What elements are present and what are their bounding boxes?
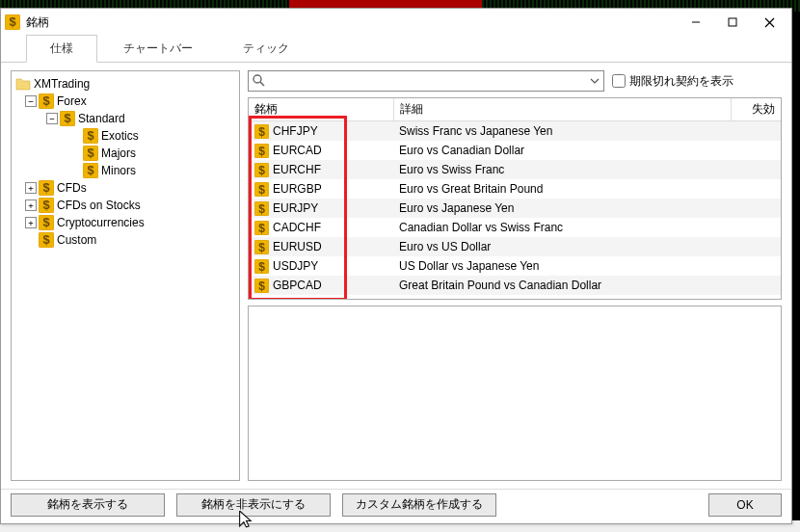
tree-spacer	[69, 147, 81, 159]
table-row[interactable]: GBPCAD Great Britain Pound vs Canadian D…	[249, 276, 781, 295]
tree-label: XMTrading	[34, 77, 90, 91]
dollar-icon	[254, 240, 269, 254]
table-row[interactable]: CADCHF Canadian Dollar vs Swiss Franc	[249, 218, 781, 237]
expired-checkbox-label[interactable]: 期限切れ契約を表示	[612, 73, 733, 90]
table-row[interactable]: EURGBP Euro vs Great Britain Pound	[249, 179, 781, 199]
tree-label: Majors	[101, 146, 136, 160]
tree-node-cfds-on-stocks[interactable]: + CFDs on Stocks	[23, 197, 237, 214]
search-icon	[252, 73, 265, 87]
minimize-icon	[691, 17, 701, 27]
tab-tick[interactable]: ティック	[219, 35, 313, 62]
dollar-icon	[254, 221, 269, 235]
close-button[interactable]	[751, 9, 787, 36]
tab-bar: 仕様 チャートバー ティック	[1, 36, 791, 63]
table-row[interactable]: EURCAD Euro vs Canadian Dollar	[249, 141, 781, 160]
search-row: 期限切れ契約を表示	[248, 70, 782, 92]
col-symbol[interactable]: 銘柄	[249, 98, 393, 121]
tree-node-leaf[interactable]: Exotics	[67, 127, 237, 145]
ok-button[interactable]: OK	[708, 493, 782, 517]
tree-spacer	[69, 130, 81, 142]
collapse-icon[interactable]: −	[25, 95, 37, 107]
tree-node-leaf[interactable]: Minors	[67, 162, 237, 179]
search-dropdown-button[interactable]	[587, 72, 602, 90]
col-invalid[interactable]: 失効	[731, 98, 781, 121]
tree-label: CFDs	[57, 181, 87, 195]
detail-cell: Swiss Franc vs Japanese Yen	[393, 121, 731, 142]
table-row[interactable]: CHFJPY Swiss Franc vs Japanese Yen	[249, 121, 781, 142]
tree-node-custom[interactable]: Custom	[23, 231, 237, 249]
invalid-cell	[731, 276, 781, 295]
table-row[interactable]: EURJPY Euro vs Japanese Yen	[249, 199, 781, 218]
invalid-cell	[731, 218, 781, 237]
tree-label: Cryptocurrencies	[57, 216, 145, 229]
maximize-icon	[728, 17, 737, 27]
expand-icon[interactable]: +	[25, 200, 37, 211]
tree-node-standard[interactable]: − Standard	[44, 110, 237, 127]
dollar-icon	[60, 111, 75, 126]
minimize-button[interactable]	[678, 9, 714, 36]
tree-label: Forex	[57, 94, 87, 108]
footer: 銘柄を表示する 銘柄を非表示にする カスタム銘柄を作成する OK	[1, 489, 791, 523]
dollar-icon	[39, 232, 54, 248]
table-row[interactable]: EURUSD Euro vs US Dollar	[249, 237, 781, 256]
expand-icon[interactable]: +	[25, 182, 37, 194]
dollar-icon	[254, 279, 269, 293]
create-custom-button[interactable]: カスタム銘柄を作成する	[342, 493, 496, 517]
dollar-icon	[254, 182, 269, 197]
invalid-cell	[731, 179, 781, 199]
detail-cell: Euro vs Canadian Dollar	[393, 141, 731, 160]
tree-spacer	[69, 165, 81, 176]
detail-cell: US Dollar vs Japanese Yen	[393, 256, 731, 276]
expired-checkbox-text: 期限切れ契約を表示	[629, 73, 733, 90]
symbol-cell: EURGBP	[273, 182, 322, 196]
detail-cell: Euro vs US Dollar	[393, 237, 731, 256]
tree-node-leaf[interactable]: Majors	[67, 145, 237, 162]
symbol-cell: GBPCAD	[273, 279, 322, 292]
tree-node-cryptocurrencies[interactable]: + Cryptocurrencies	[23, 214, 237, 231]
tab-spec[interactable]: 仕様	[26, 35, 97, 63]
dollar-icon	[83, 146, 98, 161]
symbol-cell: EURCHF	[273, 163, 321, 176]
table-row[interactable]: EURCHF Euro vs Swiss Franc	[249, 160, 781, 179]
symbol-cell: EURUSD	[273, 240, 322, 253]
expired-checkbox[interactable]	[612, 74, 626, 88]
dollar-icon	[254, 259, 269, 274]
maximize-button[interactable]	[714, 9, 751, 36]
invalid-cell	[731, 237, 781, 256]
dollar-icon	[83, 128, 98, 144]
dollar-icon	[39, 215, 54, 230]
symbol-cell: CHFJPY	[273, 124, 318, 138]
symbol-cell: USDJPY	[273, 259, 318, 273]
titlebar: 銘柄	[1, 9, 791, 36]
content-area: XMTrading − Forex	[1, 63, 791, 489]
col-detail[interactable]: 詳細	[393, 98, 731, 121]
symbol-cell: EURJPY	[273, 201, 318, 215]
invalid-cell	[731, 256, 781, 276]
tree-label: Custom	[57, 233, 96, 247]
folder-icon	[15, 76, 31, 92]
close-icon	[764, 17, 775, 28]
right-pane: 期限切れ契約を表示 銘柄 詳細 失効 CHFJPY Swiss Franc vs…	[248, 70, 782, 481]
symbol-table[interactable]: 銘柄 詳細 失効 CHFJPY Swiss Franc vs Japanese …	[249, 98, 781, 295]
tree-label: CFDs on Stocks	[57, 199, 141, 212]
invalid-cell	[731, 121, 781, 142]
symbol-table-wrap: 銘柄 詳細 失効 CHFJPY Swiss Franc vs Japanese …	[248, 97, 782, 300]
dollar-icon	[254, 201, 269, 216]
expand-icon[interactable]: +	[25, 217, 37, 228]
invalid-cell	[731, 141, 781, 160]
hide-symbol-button[interactable]: 銘柄を非表示にする	[176, 493, 331, 517]
show-symbol-button[interactable]: 銘柄を表示する	[11, 493, 165, 517]
tree-spacer	[25, 234, 37, 246]
tree-node-cfds[interactable]: + CFDs	[23, 179, 237, 197]
dollar-icon	[83, 163, 98, 178]
table-row[interactable]: USDJPY US Dollar vs Japanese Yen	[249, 256, 781, 276]
dollar-icon	[254, 163, 269, 177]
tree-node-xmtrading[interactable]: XMTrading	[13, 75, 237, 93]
window-title: 銘柄	[26, 14, 678, 31]
tree-node-forex[interactable]: − Forex	[23, 93, 237, 110]
detail-cell: Euro vs Great Britain Pound	[393, 179, 731, 199]
tab-chartbar[interactable]: チャートバー	[99, 35, 217, 62]
tree-pane[interactable]: XMTrading − Forex	[11, 70, 240, 481]
collapse-icon[interactable]: −	[46, 113, 58, 124]
search-input[interactable]	[248, 70, 604, 92]
